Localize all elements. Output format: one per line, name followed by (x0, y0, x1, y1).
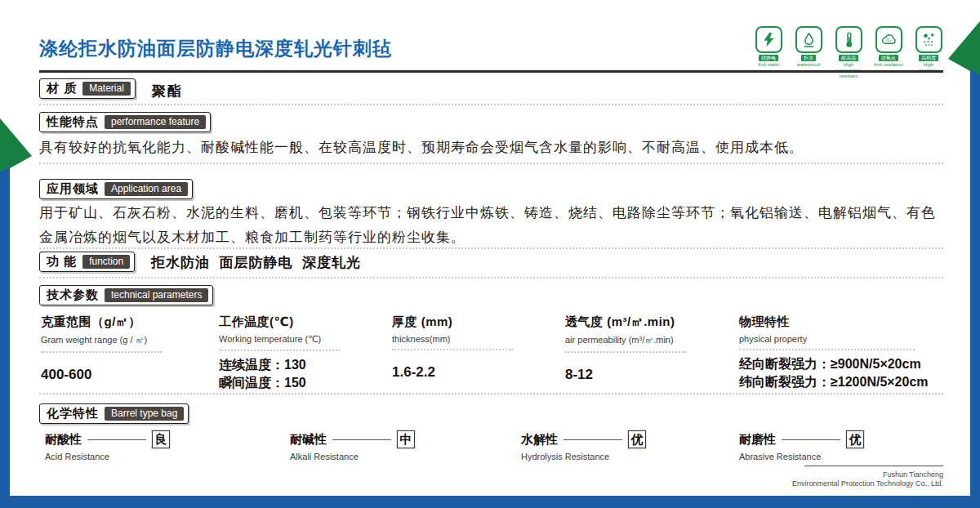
left-blue-strip (0, 167, 10, 508)
chem-label-en: Hydrolysis Resistance (521, 452, 646, 461)
section-header-technical: 技术参数 technical parameters (39, 285, 213, 305)
section-title-cn: 技术参数 (47, 287, 99, 303)
badge-label-cn: 耐高温 (839, 55, 858, 61)
chem-label-cn: 耐酸性 (45, 432, 82, 448)
section-title-en: Material (82, 82, 131, 96)
badge-label-en: waterproof (797, 62, 820, 68)
tech-col-title-cn: 物理特性 (739, 314, 929, 330)
connector-line (87, 439, 146, 440)
tech-col-value: 瞬间温度：150 (219, 374, 340, 392)
chem-label-en: Alkali Resistance (290, 452, 415, 461)
section-title-en: technical parameters (105, 288, 208, 302)
section-title-cn: 化学特性 (47, 406, 99, 421)
section-title-cn: 材 质 (47, 81, 77, 96)
chem-item-hydrolysis-resistance: 水解性 优 Hydrolysis Resistance (521, 430, 646, 461)
chem-grade-badge: 优 (628, 430, 646, 448)
divider (39, 247, 943, 249)
right-blue-strip (970, 69, 980, 508)
section-title-en: Application area (105, 182, 188, 196)
tech-col-air-permeability: 透气度 (m³/㎡.min) air permeability (m³/㎡.mi… (565, 314, 686, 384)
chem-item-acid-resistance: 耐酸性 良 Acid Resistance (45, 430, 170, 461)
svg-text:O₂: O₂ (886, 38, 891, 42)
tech-col-gram-weight: 克重范围（g/㎡） Gram weight range (g / ㎡) 400-… (41, 314, 162, 384)
badge-label-en: Anti-static (758, 62, 779, 68)
divider (39, 104, 943, 105)
thermometer-icon (840, 31, 858, 48)
section-header-function: 功 能 function (39, 252, 135, 272)
company-name: Fushun Tiancheng Environmental Protectio… (792, 470, 943, 488)
tech-col-working-temperature: 工作温度(℃) Working temperature (℃) 连续温度：130… (219, 314, 340, 392)
tech-col-title-cn: 厚度 (mm) (392, 314, 513, 330)
badge-label-cn: 高精度 (919, 55, 938, 61)
right-green-ribbon (948, 21, 980, 77)
chem-label-en: Abrasive Resistance (739, 452, 864, 461)
divider (41, 351, 162, 353)
badge-label-cn: 拒水 (801, 55, 816, 61)
divider (219, 350, 340, 351)
section-title-en: Barrel type bag (105, 407, 184, 421)
tech-col-value: 纬向断裂强力：≥1200N/5×20cm (739, 373, 929, 391)
precision-dots-icon (920, 31, 938, 48)
chem-label-cn: 水解性 (521, 432, 558, 448)
section-header-application: 应用领域 Application area (39, 179, 193, 199)
title-rule (39, 70, 943, 73)
chem-item-alkali-resistance: 耐碱性 中 Alkali Resistance (290, 430, 415, 461)
divider (39, 163, 943, 164)
page-title: 涤纶拒水防油面层防静电深度轧光针刺毡 (39, 36, 392, 61)
bottom-blue-bar (0, 496, 980, 508)
tech-col-value: 连续温度：130 (219, 356, 340, 374)
chem-label-en: Acid Resistance (45, 452, 170, 461)
tech-col-value: 8-12 (565, 366, 686, 384)
tech-col-title-en: Working temperature (℃) (219, 334, 340, 345)
badge-label-cn: 抗氧化 (879, 55, 898, 61)
function-value: 拒水防油 面层防静电 深度轧光 (151, 253, 361, 272)
tech-col-title-en: Gram weight range (g / ㎡) (41, 334, 162, 346)
footer-rule (804, 466, 943, 466)
tech-col-title-en: air permeability (m³/㎡.min) (565, 334, 686, 346)
chem-label-cn: 耐碱性 (290, 432, 327, 448)
tech-col-value: 400-600 (41, 366, 162, 384)
company-name-line2: Environmental Protection Technology Co.,… (792, 479, 943, 488)
section-title-cn: 功 能 (47, 254, 77, 270)
tech-col-title-cn: 工作温度(℃) (219, 314, 340, 330)
tech-col-title-en: physical property (739, 334, 929, 344)
connector-line (564, 439, 622, 440)
material-value: 聚酯 (152, 82, 183, 100)
section-header-material: 材 质 Material (39, 78, 136, 99)
divider (739, 349, 915, 350)
section-title-cn: 应用领域 (47, 181, 99, 197)
performance-text: 具有较好的抗氧化能力、耐酸碱性能一般、在较高温度时、预期寿命会受烟气含水量的影响… (39, 136, 944, 160)
divider (565, 351, 686, 353)
tech-col-title-cn: 克重范围（g/㎡） (41, 314, 162, 330)
section-header-chemical: 化学特性 Barrel type bag (39, 403, 189, 424)
badge-label-cn: 抗静电 (759, 55, 778, 61)
product-spec-sheet: 涤纶拒水防油面层防静电深度轧光针刺毡 抗静电 Anti-static 拒水 wa… (0, 0, 980, 508)
chem-grade-badge: 中 (397, 430, 415, 448)
tech-col-value: 经向断裂强力：≥900N/5×20cm (739, 355, 929, 373)
tech-col-title-cn: 透气度 (m³/㎡.min) (565, 314, 686, 330)
divider (39, 277, 943, 279)
chem-label-cn: 耐磨性 (739, 432, 776, 448)
application-text: 用于矿山、石灰石粉、水泥的生料、磨机、包装等环节；钢铁行业中炼铁、铸造、烧结、电… (39, 201, 944, 250)
connector-line (782, 439, 840, 440)
tech-col-thickness: 厚度 (mm) thickness(mm) 1.6-2.2 (392, 314, 513, 381)
section-title-en: performance feature (105, 115, 206, 129)
chem-grade-badge: 良 (152, 430, 170, 448)
droplet-icon (800, 31, 817, 48)
tech-col-title-en: thickness(mm) (392, 334, 513, 344)
chem-grade-badge: 优 (846, 430, 864, 448)
divider (39, 393, 943, 394)
divider (392, 349, 513, 350)
section-title-cn: 性能特点 (47, 114, 99, 130)
section-header-performance: 性能特点 performance feature (39, 112, 211, 132)
left-green-ribbon (0, 118, 32, 174)
lightning-icon (760, 31, 777, 48)
section-title-en: function (82, 255, 130, 269)
badge-label-en: Anti-oxidation (874, 62, 903, 68)
tech-col-value: 1.6-2.2 (392, 363, 513, 381)
company-name-line1: Fushun Tiancheng (792, 470, 943, 479)
tech-col-physical-property: 物理特性 physical property 经向断裂强力：≥900N/5×20… (739, 314, 929, 391)
cloud-o2-icon: O₂ (880, 31, 898, 48)
chem-item-abrasive-resistance: 耐磨性 优 Abrasive Resistance (739, 430, 864, 461)
connector-line (332, 439, 391, 440)
